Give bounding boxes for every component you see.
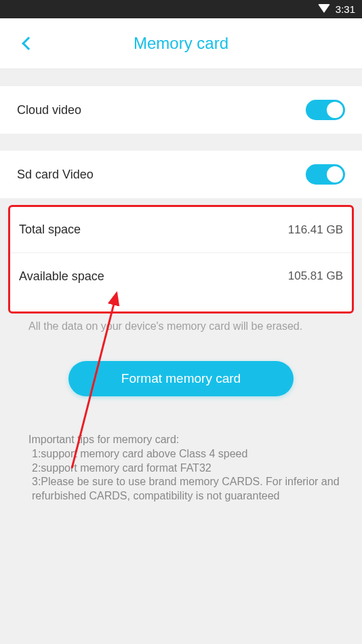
total-space-row: Total space 116.41 GB: [10, 207, 352, 253]
section-gap: [0, 69, 362, 86]
sd-card-video-label: Sd card Video: [17, 168, 94, 182]
wifi-icon: [318, 4, 330, 13]
total-space-label: Total space: [19, 223, 81, 237]
total-space-value: 116.41 GB: [288, 223, 343, 237]
tips-item-1: 1:support memory card above Class 4 spee…: [28, 447, 342, 461]
tips-item-3: 3:Please be sure to use brand memory CAR…: [28, 475, 342, 504]
available-space-value: 105.81 GB: [288, 269, 343, 283]
format-memory-card-button[interactable]: Format memory card: [68, 361, 294, 396]
section-gap-small: [0, 198, 362, 205]
toggle-knob-icon: [327, 166, 343, 183]
toggle-knob-icon: [327, 102, 343, 118]
cloud-video-label: Cloud video: [17, 103, 81, 117]
available-space-label: Available space: [19, 269, 104, 284]
back-arrow-icon: [22, 37, 35, 50]
row-extra: [10, 299, 352, 311]
format-warning-text: All the data on your device's memory car…: [0, 314, 362, 333]
section-gap: [0, 134, 362, 151]
back-button[interactable]: [14, 30, 41, 57]
app-header: Memory card: [0, 18, 362, 69]
page-title: Memory card: [0, 34, 362, 53]
available-space-row: Available space 105.81 GB: [10, 253, 352, 299]
status-bar: 3:31: [0, 0, 362, 18]
tips-item-2: 2:support memory card format FAT32: [28, 461, 342, 476]
storage-highlight-box: Total space 116.41 GB Available space 10…: [8, 205, 354, 314]
tips-title: Important tips for memory card:: [28, 433, 342, 447]
sd-card-video-row: Sd card Video: [0, 151, 362, 198]
sd-card-video-toggle[interactable]: [306, 164, 345, 185]
cloud-video-row: Cloud video: [0, 86, 362, 134]
tips-section: Important tips for memory card: 1:suppor…: [0, 396, 362, 504]
cloud-video-toggle[interactable]: [306, 100, 345, 120]
status-time: 3:31: [336, 3, 355, 15]
format-button-wrap: Format memory card: [0, 333, 362, 396]
